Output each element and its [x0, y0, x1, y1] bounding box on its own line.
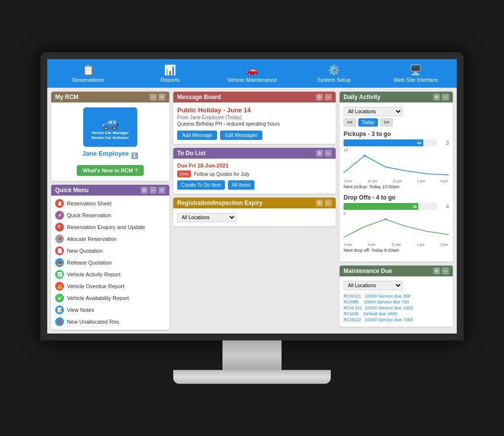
message-board-panel: Message Board ⚙ — Public Holiday - June …: [173, 92, 336, 144]
maint-item-rcm88[interactable]: RCM88 10000 Service due 790: [344, 299, 449, 305]
maint-settings[interactable]: ⚙: [433, 268, 440, 274]
all-items-button[interactable]: All Items: [228, 180, 254, 190]
next-date-button[interactable]: >>: [380, 118, 393, 127]
daily-minimize[interactable]: —: [442, 94, 449, 101]
menu-vehicle-availability[interactable]: ✅ Vehicle Availability Report: [51, 292, 169, 304]
quick-menu-settings[interactable]: ⚙: [141, 187, 148, 194]
maint-item-rcm45[interactable]: RCM45 Default due 1890: [344, 311, 449, 317]
maint-item-rcm121[interactable]: RCM121 10000 Service due 268: [344, 293, 449, 299]
message-board-title: Message Board: [177, 94, 221, 101]
msg-minimize[interactable]: —: [325, 94, 332, 101]
maint-item-rcm221[interactable]: RCM 221 10000 Service due 1000: [344, 305, 449, 311]
add-message-button[interactable]: Add Message: [177, 131, 217, 140]
todo-due: Due Fri 18-Jun-2021: [177, 163, 332, 168]
pickups-chart-ylabel: 14: [344, 148, 449, 152]
dropoffs-chart: [344, 217, 449, 241]
maintenance-body: All Locations RCM121 10000 Service due 2…: [340, 276, 453, 327]
menu-label-new-quotation: New Quotation: [67, 248, 103, 254]
message-title: Public Holiday - June 14: [177, 106, 332, 114]
daily-location-select[interactable]: All Locations: [344, 107, 403, 116]
menu-label-view-notes: View Notes: [67, 307, 94, 313]
menu-allocate-reservation[interactable]: 📌 Allocate Reservation: [51, 233, 169, 245]
rcm-car-icon: 🚙: [102, 114, 119, 131]
quick-menu-close[interactable]: ✕: [158, 187, 165, 194]
pickups-x-labels: 6 am 10 am 12 pm 2 pm 4 pm: [344, 179, 449, 183]
menu-quick-reservation[interactable]: ⚡ Quick Reservation: [51, 209, 169, 221]
create-todo-button[interactable]: Create To Do Item: [177, 180, 225, 190]
todo-header: To Do List ⚙ —: [173, 148, 336, 159]
quick-menu-body: 📋 Reservation Sheet ⚡ Quick Reservation …: [51, 196, 169, 330]
nav-setup-label: System Setup: [317, 77, 350, 83]
maint-item-rcm222[interactable]: RCM222 10000 Service due 7050: [344, 317, 449, 323]
maintenance-header: Maintenance Due ⚙ —: [340, 266, 453, 276]
menu-dot-vehicle-availability: ✅: [55, 294, 64, 302]
setup-icon: ⚙️: [328, 64, 340, 76]
menu-view-notes[interactable]: 📝 View Notes: [51, 304, 169, 316]
todo-panel: To Do List ⚙ — Due Fri 18-Jun-2021 Dimi …: [173, 148, 336, 194]
quick-menu-title: Quick Menu: [55, 187, 89, 194]
nav-reports[interactable]: 📊 Reports: [129, 62, 211, 85]
menu-release-quotation[interactable]: 📤 Release Quotation: [51, 257, 169, 268]
registration-panel: Registration/Inspection Expiry ⚙ — All L…: [173, 198, 336, 226]
menu-vehicle-overdue[interactable]: ⚠️ Vehicle Overdue Report: [51, 280, 169, 292]
prev-date-button[interactable]: <<: [344, 118, 356, 127]
reports-icon: 📊: [164, 64, 176, 76]
dropoffs-bar-row: 36 4: [344, 203, 449, 210]
registration-body: All Locations: [173, 208, 336, 226]
maint-location-select[interactable]: All Locations: [344, 281, 403, 290]
menu-dot-reservation-enquiry: 🔍: [55, 223, 64, 232]
registration-header: Registration/Inspection Expiry ⚙ —: [173, 198, 336, 208]
message-content: Queens Birthday PH - reduced operating h…: [177, 121, 332, 127]
menu-reservation-enquiry[interactable]: 🔍 Reservation Enquiry and Update: [51, 221, 169, 233]
my-rcm-header: My RCM — ✕: [51, 92, 169, 102]
nav-vehicle-maintenance[interactable]: 🚗 Vehicle Maintenance: [211, 62, 293, 85]
reg-location-select[interactable]: All Locations: [177, 213, 236, 222]
nav-system-setup[interactable]: ⚙️ System Setup: [293, 62, 375, 85]
menu-new-unallocated[interactable]: 🔖 New Unallocated Res.: [51, 316, 169, 328]
nav-website[interactable]: 🖥️ Web Site Interface: [375, 62, 457, 85]
menu-new-quotation[interactable]: 📄 New Quotation: [51, 245, 169, 257]
msg-settings[interactable]: ⚙: [316, 94, 323, 101]
menu-dot-quick-reservation: ⚡: [55, 211, 64, 220]
my-rcm-minimize[interactable]: —: [150, 94, 157, 101]
registration-title: Registration/Inspection Expiry: [177, 200, 262, 206]
vehicle-icon: 🚗: [246, 64, 258, 76]
menu-reservation-sheet[interactable]: 📋 Reservation Sheet: [51, 198, 169, 209]
user-name: Jane Employee: [82, 150, 129, 157]
maintenance-title: Maintenance Due: [344, 268, 392, 274]
monitor-wrapper: 📋 Reservations 📊 Reports 🚗 Vehicle Maint…: [40, 52, 464, 384]
reg-settings[interactable]: ⚙: [316, 200, 323, 206]
daily-activity-panel: Daily Activity ⚙ — All Locations << Toda…: [340, 92, 453, 262]
edit-messages-button[interactable]: Edit Messages: [220, 131, 262, 140]
menu-label-release-quotation: Release Quotation: [67, 260, 112, 266]
next-dropoff-text: Next drop off: Today 8.00am: [344, 248, 449, 253]
dropoff-label-9am: 9 am: [368, 243, 376, 246]
today-button[interactable]: Today: [358, 118, 378, 127]
date-nav-buttons: << Today >>: [344, 118, 449, 127]
todo-minimize[interactable]: —: [325, 150, 332, 157]
maint-controls: ⚙ —: [433, 268, 449, 274]
menu-vehicle-activity[interactable]: 📈 Vehicle Activity Report: [51, 268, 169, 280]
daily-activity-title: Daily Activity: [344, 94, 380, 101]
reg-minimize[interactable]: —: [325, 200, 332, 206]
top-nav: 📋 Reservations 📊 Reports 🚗 Vehicle Maint…: [47, 59, 457, 88]
whats-new-button[interactable]: What's New in RCM ?: [77, 165, 144, 176]
maintenance-panel: Maintenance Due ⚙ — All Locations RCM121…: [340, 266, 453, 327]
pickups-chart: [344, 153, 449, 178]
todo-settings[interactable]: ⚙: [316, 150, 323, 157]
pickups-bar-fill: 40: [344, 139, 423, 146]
dropoffs-chart-ylabel: 5: [344, 211, 449, 216]
daily-settings[interactable]: ⚙: [433, 94, 440, 101]
nav-reservations[interactable]: 📋 Reservations: [47, 62, 129, 85]
my-rcm-close[interactable]: ✕: [158, 94, 165, 101]
quick-menu-minimize[interactable]: —: [150, 187, 157, 194]
menu-dot-vehicle-activity: 📈: [55, 270, 64, 279]
monitor-base: [173, 370, 331, 384]
my-rcm-controls: — ✕: [150, 94, 165, 101]
message-buttons: Add Message Edit Messages: [177, 131, 332, 140]
dropoffs-bar-fill: 36: [344, 203, 418, 210]
dropoff-label-11am: 11 am: [391, 243, 401, 246]
message-board-body: Public Holiday - June 14 From Jane Emplo…: [173, 102, 336, 144]
maint-minimize[interactable]: —: [442, 268, 449, 274]
menu-dot-view-notes: 📝: [55, 305, 64, 314]
